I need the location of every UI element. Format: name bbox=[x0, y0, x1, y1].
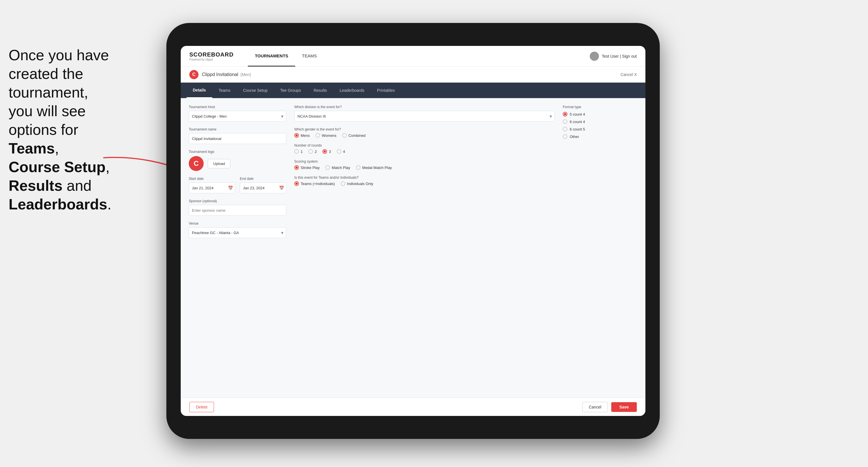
tournament-icon: C bbox=[189, 70, 198, 79]
user-label[interactable]: Test User | Sign out bbox=[602, 54, 637, 59]
upload-button[interactable]: Upload bbox=[208, 159, 230, 168]
format-5count4[interactable]: 5 count 4 bbox=[563, 112, 638, 117]
sponsor-field-group: Sponsor (optional) bbox=[189, 199, 286, 216]
end-date-label: End date bbox=[240, 177, 286, 181]
start-date-group: Start date bbox=[189, 177, 235, 193]
host-select-wrapper: Clippd College - Men bbox=[189, 111, 286, 122]
scoring-medal-match[interactable]: Medal Match Play bbox=[356, 165, 392, 170]
start-date-label: Start date bbox=[189, 177, 235, 181]
scoring-stroke-radio[interactable] bbox=[294, 165, 299, 170]
tab-course-setup[interactable]: Course Setup bbox=[237, 83, 274, 98]
logo-upload-area: C Upload bbox=[189, 156, 286, 171]
user-area: Test User | Sign out bbox=[590, 52, 637, 61]
format-6count4[interactable]: 6 count 4 bbox=[563, 119, 638, 124]
teams-field-group: Is this event for Teams and/or Individua… bbox=[294, 176, 555, 186]
format-6count5[interactable]: 6 count 5 bbox=[563, 127, 638, 131]
logo-subtitle: Powered by clippd bbox=[189, 58, 234, 61]
left-column: Tournament Host Clippd College - Men Tou… bbox=[189, 105, 286, 391]
gender-mens[interactable]: Mens bbox=[294, 133, 310, 138]
gender-mens-radio[interactable] bbox=[294, 133, 299, 138]
gender-field-group: Which gender is the event for? Mens Wome… bbox=[294, 127, 555, 138]
format-column: Format type 5 count 4 6 count 4 6 count … bbox=[563, 105, 638, 391]
instructional-text: Once you have created the tournament, yo… bbox=[0, 46, 132, 214]
division-select[interactable]: NCAA Division III bbox=[294, 111, 555, 122]
scoring-match-radio[interactable] bbox=[325, 165, 330, 170]
name-input[interactable] bbox=[189, 133, 286, 144]
venue-select-wrapper: Peachtree GC - Atlanta - GA bbox=[189, 227, 286, 238]
avatar bbox=[590, 52, 599, 61]
host-label: Tournament Host bbox=[189, 105, 286, 109]
cancel-tournament-button[interactable]: Cancel X bbox=[620, 72, 637, 77]
scoring-radio-group: Stroke Play Match Play Medal Match Play bbox=[294, 165, 555, 170]
tab-details[interactable]: Details bbox=[186, 83, 212, 98]
gender-womens-radio[interactable] bbox=[315, 133, 320, 138]
rounds-4-radio[interactable] bbox=[337, 149, 341, 154]
rounds-label: Number of rounds bbox=[294, 144, 555, 148]
tab-leaderboards[interactable]: Leaderboards bbox=[333, 83, 371, 98]
sponsor-label: Sponsor (optional) bbox=[189, 199, 286, 203]
sponsor-input[interactable] bbox=[189, 205, 286, 216]
host-select[interactable]: Clippd College - Men bbox=[189, 111, 286, 122]
logo-field-group: Tournament logo C Upload bbox=[189, 150, 286, 171]
teams-plus-individuals-radio[interactable] bbox=[294, 181, 299, 186]
start-date-wrapper bbox=[189, 182, 235, 193]
logo-preview: C bbox=[189, 156, 204, 171]
gender-womens[interactable]: Womens bbox=[315, 133, 337, 138]
logo-label: Tournament logo bbox=[189, 150, 286, 154]
nav-items: TOURNAMENTS TEAMS bbox=[248, 46, 590, 67]
gender-label: Which gender is the event for? bbox=[294, 127, 555, 131]
format-5count4-radio[interactable] bbox=[563, 112, 567, 117]
end-date-wrapper bbox=[240, 182, 286, 193]
tab-bar: Details Teams Course Setup Tee Groups Re… bbox=[181, 83, 645, 98]
format-6count5-radio[interactable] bbox=[563, 127, 567, 131]
venue-select[interactable]: Peachtree GC - Atlanta - GA bbox=[189, 227, 286, 238]
delete-button[interactable]: Delete bbox=[189, 402, 214, 412]
scoring-match[interactable]: Match Play bbox=[325, 165, 350, 170]
logo-title: SCOREBOARD bbox=[189, 51, 234, 58]
scoring-medal-match-radio[interactable] bbox=[356, 165, 361, 170]
tablet-device: SCOREBOARD Powered by clippd TOURNAMENTS… bbox=[166, 23, 660, 439]
tab-results[interactable]: Results bbox=[307, 83, 333, 98]
end-date-input[interactable] bbox=[240, 182, 286, 193]
host-field-group: Tournament Host Clippd College - Men bbox=[189, 105, 286, 122]
tab-printables[interactable]: Printables bbox=[371, 83, 401, 98]
scoring-field-group: Scoring system Stroke Play Match Play bbox=[294, 159, 555, 170]
rounds-3[interactable]: 3 bbox=[322, 149, 331, 154]
scoring-stroke[interactable]: Stroke Play bbox=[294, 165, 319, 170]
format-type-label: Format type bbox=[563, 105, 638, 109]
format-6count4-radio[interactable] bbox=[563, 119, 567, 124]
teams-label: Is this event for Teams and/or Individua… bbox=[294, 176, 555, 180]
teams-plus-individuals[interactable]: Teams (+Individuals) bbox=[294, 181, 335, 186]
individuals-only-radio[interactable] bbox=[341, 181, 345, 186]
venue-field-group: Venue Peachtree GC - Atlanta - GA bbox=[189, 221, 286, 238]
middle-column: Which division is the event for? NCAA Di… bbox=[294, 105, 555, 391]
format-other[interactable]: Other bbox=[563, 134, 638, 139]
tab-tee-groups[interactable]: Tee Groups bbox=[274, 83, 307, 98]
rounds-radio-group: 1 2 3 4 bbox=[294, 149, 555, 154]
nav-item-teams[interactable]: TEAMS bbox=[295, 46, 324, 67]
logo: SCOREBOARD Powered by clippd bbox=[189, 51, 234, 61]
name-label: Tournament name bbox=[189, 127, 286, 131]
tournament-type: (Men) bbox=[240, 72, 251, 77]
nav-item-tournaments[interactable]: TOURNAMENTS bbox=[248, 46, 295, 67]
tab-teams[interactable]: Teams bbox=[212, 83, 237, 98]
rounds-3-radio[interactable] bbox=[322, 149, 327, 154]
format-other-radio[interactable] bbox=[563, 134, 567, 139]
individuals-only[interactable]: Individuals Only bbox=[341, 181, 373, 186]
tournament-header: C Clippd Invitational (Men) Cancel X bbox=[181, 67, 645, 83]
rounds-2-radio[interactable] bbox=[308, 149, 313, 154]
teams-radio-group: Teams (+Individuals) Individuals Only bbox=[294, 181, 555, 186]
gender-combined[interactable]: Combined bbox=[342, 133, 366, 138]
name-field-group: Tournament name bbox=[189, 127, 286, 144]
tournament-name: Clippd Invitational bbox=[202, 72, 238, 77]
rounds-2[interactable]: 2 bbox=[308, 149, 317, 154]
start-date-input[interactable] bbox=[189, 182, 235, 193]
rounds-1[interactable]: 1 bbox=[294, 149, 303, 154]
division-label: Which division is the event for? bbox=[294, 105, 555, 109]
save-button[interactable]: Save bbox=[611, 402, 637, 412]
division-field-group: Which division is the event for? NCAA Di… bbox=[294, 105, 555, 122]
gender-combined-radio[interactable] bbox=[342, 133, 347, 138]
cancel-button[interactable]: Cancel bbox=[582, 402, 608, 412]
rounds-1-radio[interactable] bbox=[294, 149, 299, 154]
rounds-4[interactable]: 4 bbox=[337, 149, 345, 154]
